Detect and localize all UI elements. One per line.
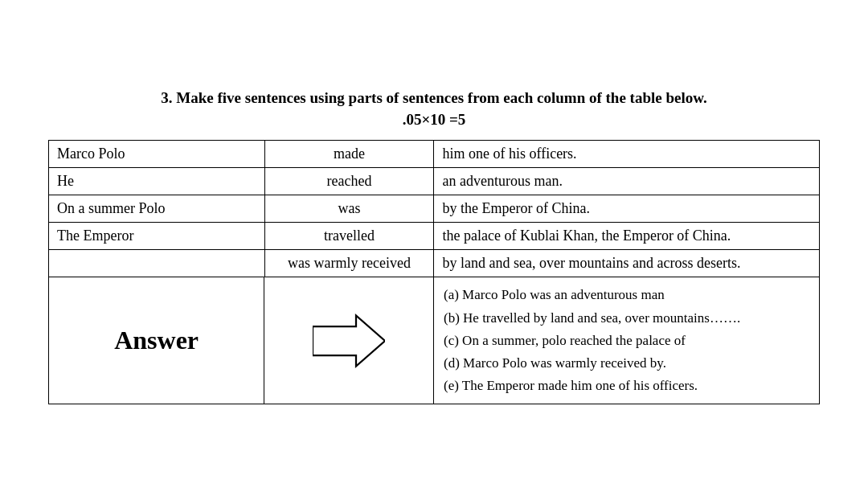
answer-item-3: (d) Marco Polo was warmly received by. [444, 352, 809, 375]
question-number: 3. [161, 89, 172, 106]
table-col1-2: On a summer Polo [49, 195, 265, 223]
svg-marker-0 [313, 315, 385, 366]
answer-item-0: (a) Marco Polo was an adventurous man [444, 284, 809, 306]
table-row: On a summer Polowasby the Emperor of Chi… [49, 195, 820, 223]
answer-item-1: (b) He travelled by land and sea, over m… [444, 307, 809, 330]
answer-item-2: (c) On a summer, polo reached the palace… [444, 330, 809, 352]
sentence-table: Marco Polomadehim one of his officers.He… [48, 140, 820, 277]
table-col2-0: made [264, 141, 434, 168]
answer-label-cell: Answer [49, 277, 264, 403]
page-container: 3. Make five sentences using parts of se… [32, 72, 836, 420]
answer-content: (a) Marco Polo was an adventurous man(b)… [434, 277, 819, 403]
arrow-icon [313, 313, 385, 369]
table-col1-0: Marco Polo [49, 141, 265, 168]
arrow-cell [264, 277, 434, 403]
table-col3-3: the palace of Kublai Khan, the Emperor o… [434, 223, 820, 250]
table-row: Marco Polomadehim one of his officers. [49, 141, 820, 168]
table-col3-0: him one of his officers. [434, 141, 820, 168]
table-col2-3: travelled [264, 223, 434, 250]
table-row: Hereachedan adventurous man. [49, 168, 820, 195]
table-col1-4 [49, 250, 265, 277]
question-header: 3. Make five sentences using parts of se… [48, 88, 820, 130]
question-marks: .05×10 =5 [403, 111, 466, 128]
table-col2-4: was warmly received [264, 250, 434, 277]
table-col2-2: was [264, 195, 434, 223]
table-col1-3: The Emperor [49, 223, 265, 250]
answer-section: Answer (a) Marco Polo was an adventurous… [48, 277, 820, 404]
table-col3-2: by the Emperor of China. [434, 195, 820, 223]
table-col3-1: an adventurous man. [434, 168, 820, 195]
table-row: The Emperortravelledthe palace of Kublai… [49, 223, 820, 250]
table-col1-1: He [49, 168, 265, 195]
answer-item-4: (e) The Emperor made him one of his offi… [444, 375, 809, 397]
table-col3-4: by land and sea, over mountains and acro… [434, 250, 820, 277]
table-row: was warmly receivedby land and sea, over… [49, 250, 820, 277]
question-text: Make five sentences using parts of sente… [176, 89, 706, 106]
table-col2-1: reached [264, 168, 434, 195]
answer-label: Answer [114, 326, 199, 355]
